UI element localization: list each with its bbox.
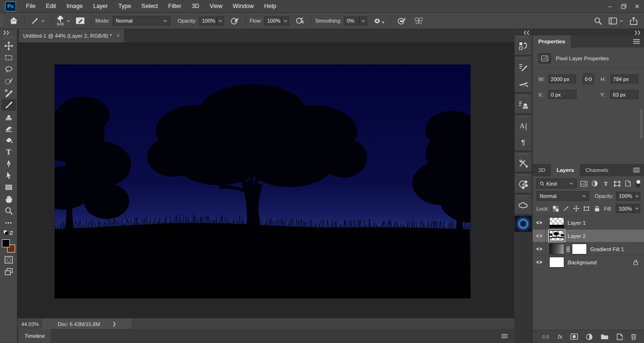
smoothing-options-gear[interactable] — [371, 15, 387, 27]
flow-dropdown[interactable] — [282, 16, 289, 25]
menu-help[interactable]: Help — [259, 0, 282, 12]
edit-toolbar-ellipsis[interactable] — [1, 217, 16, 229]
hand-tool[interactable] — [1, 193, 16, 205]
blend-mode-select[interactable]: Normal — [113, 16, 170, 25]
background-lock-icon[interactable] — [633, 260, 638, 265]
strip-collapse-chevron[interactable]: ❮❮ — [514, 29, 532, 35]
gradient-fill-visibility-eye-icon[interactable] — [533, 243, 546, 255]
object-selection-tool[interactable] — [1, 75, 16, 87]
width-input[interactable]: 2000 px — [548, 74, 576, 83]
airbrush-toggle[interactable] — [293, 15, 307, 27]
tool-preset-picker[interactable] — [28, 15, 47, 27]
layer-2-thumbnail[interactable] — [549, 230, 564, 241]
move-tool[interactable] — [1, 40, 16, 52]
layer-1-thumbnail[interactable] — [549, 217, 564, 228]
lock-transparency-icon[interactable] — [552, 206, 559, 212]
type-tool[interactable]: T — [1, 146, 16, 158]
eraser-tool[interactable] — [1, 122, 16, 134]
gradient-fill-mask-thumbnail[interactable] — [572, 244, 587, 254]
default-and-swap-colors[interactable] — [1, 229, 16, 238]
gradient-fill-name[interactable]: Gradient Fill 1 — [590, 246, 624, 252]
properties-menu-icon[interactable] — [633, 35, 640, 48]
doc-size-info[interactable]: Doc: 6.43M/15.8M ❯ — [42, 319, 131, 329]
tab-properties[interactable]: Properties — [533, 35, 571, 48]
layers-menu-icon[interactable] — [633, 164, 640, 176]
canvas-artwork[interactable] — [55, 65, 470, 298]
document-tab[interactable]: Untitled-1 @ 44% (Layer 2, RGB/8) * × — [19, 29, 124, 42]
pen-tool[interactable] — [1, 158, 16, 170]
menu-image[interactable]: Image — [61, 0, 88, 12]
background-visibility-eye-icon[interactable] — [533, 256, 546, 269]
tool-presets-panel-tile[interactable] — [515, 152, 532, 172]
layer-row-background[interactable]: Background — [533, 256, 644, 269]
toggle-brush-settings-panel[interactable] — [73, 15, 87, 27]
lock-all-icon[interactable] — [594, 206, 600, 212]
eyedropper-tool[interactable] — [1, 87, 16, 99]
document-close-icon[interactable]: × — [117, 33, 120, 39]
screen-mode[interactable] — [1, 266, 16, 278]
filter-toggle-switch[interactable] — [636, 180, 640, 188]
character-panel-tile[interactable]: A| ¶ — [515, 115, 532, 150]
layer-filter-kind-select[interactable]: Kind — [536, 179, 577, 188]
glow-ring-panel-tile[interactable] — [515, 216, 532, 232]
menu-layer[interactable]: Layer — [88, 0, 113, 12]
pressure-size-toggle[interactable] — [395, 15, 409, 27]
fill-input[interactable]: 100% — [616, 204, 633, 213]
background-thumbnail[interactable] — [549, 257, 564, 268]
quick-mask-mode[interactable] — [1, 254, 16, 266]
x-input[interactable]: 0 px — [548, 90, 577, 99]
layer-1-name[interactable]: Layer 1 — [568, 220, 585, 226]
menu-filter[interactable]: Filter — [163, 0, 187, 12]
flow-input[interactable]: 100% — [264, 16, 282, 25]
link-dimensions-button[interactable] — [583, 74, 594, 84]
filter-pixel-layers-icon[interactable] — [580, 181, 587, 187]
search-icon[interactable] — [594, 17, 602, 25]
workspace-switcher[interactable] — [609, 17, 623, 24]
toolbar-expand-chevron[interactable]: ❯❯ — [0, 29, 17, 35]
layers-blend-mode-select[interactable]: Normal — [536, 191, 589, 201]
foreground-color-swatch[interactable] — [2, 239, 10, 247]
menu-select[interactable]: Select — [136, 0, 163, 12]
opacity-dropdown[interactable] — [217, 16, 224, 25]
layer-row-gradient-fill-1[interactable]: Gradient Fill 1 — [533, 243, 644, 256]
layer-row-layer-1[interactable]: Layer 1 — [533, 216, 644, 229]
layer-effects-button[interactable]: fx — [558, 334, 562, 340]
menu-3d[interactable]: 3D — [186, 0, 204, 12]
filter-shape-layers-icon[interactable] — [613, 181, 620, 187]
brush-tool[interactable] — [1, 99, 16, 111]
status-chevron-icon[interactable]: ❯ — [112, 321, 116, 327]
add-layer-mask-button[interactable] — [570, 334, 578, 340]
menu-view[interactable]: View — [204, 0, 227, 12]
close-button[interactable]: ✕ — [630, 0, 644, 12]
paint-bucket-tool[interactable] — [1, 134, 16, 146]
background-name[interactable]: Background — [568, 260, 596, 265]
creative-cloud-panel-tile[interactable] — [515, 195, 532, 214]
timeline-tab[interactable]: Timeline — [19, 329, 50, 343]
new-layer-button[interactable] — [617, 334, 623, 340]
lock-artboard-icon[interactable] — [583, 206, 590, 212]
minimize-button[interactable]: – — [603, 0, 617, 12]
tab-3d[interactable]: 3D — [533, 164, 551, 176]
zoom-tool[interactable] — [1, 205, 16, 217]
restore-button[interactable] — [617, 0, 630, 12]
menu-window[interactable]: Window — [227, 0, 259, 12]
path-selection-tool[interactable] — [1, 170, 16, 181]
paint-symmetry-butterfly[interactable] — [411, 15, 426, 27]
clone-stamp-tool[interactable] — [1, 111, 16, 122]
filter-adjustment-layers-icon[interactable] — [591, 180, 598, 187]
layer-2-visibility-eye-icon[interactable] — [533, 229, 546, 242]
link-layers-button[interactable] — [542, 335, 550, 339]
tab-channels[interactable]: Channels — [580, 164, 614, 176]
new-adjustment-layer-button[interactable] — [586, 334, 593, 340]
y-input[interactable]: 63 px — [610, 90, 638, 99]
gradient-fill-thumbnail[interactable] — [549, 244, 564, 254]
opacity-input[interactable]: 100% — [199, 16, 217, 25]
timeline-menu-icon[interactable] — [502, 329, 508, 343]
fill-dropdown[interactable] — [633, 204, 640, 213]
layer-1-visibility-eye-icon[interactable] — [533, 216, 546, 229]
dock-collapse-chevron[interactable]: ❯❯ — [634, 30, 640, 35]
brush-tip-preview[interactable]: 646 — [55, 15, 66, 27]
rectangular-marquee-tool[interactable] — [1, 52, 16, 64]
layer-2-name[interactable]: Layer 2 — [568, 233, 585, 239]
menu-file[interactable]: File — [21, 0, 41, 12]
